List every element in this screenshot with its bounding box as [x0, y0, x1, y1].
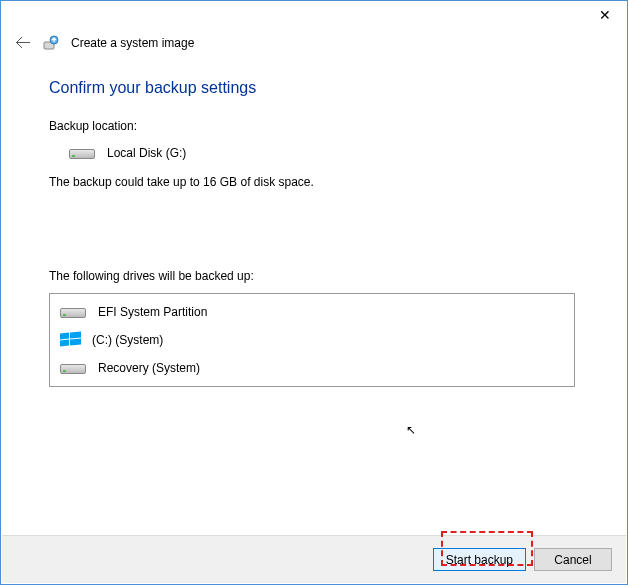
page-heading: Confirm your backup settings: [49, 79, 575, 97]
backup-location-row: Local Disk (G:): [49, 145, 575, 161]
drive-name: EFI System Partition: [98, 305, 207, 319]
window-title: Create a system image: [71, 36, 194, 50]
drives-list-label: The following drives will be backed up:: [49, 269, 575, 283]
content-area: Confirm your backup settings Backup loca…: [1, 51, 627, 387]
backup-location-value: Local Disk (G:): [107, 146, 186, 160]
header: 🡠 Create a system image: [1, 31, 627, 51]
cancel-button[interactable]: Cancel: [534, 548, 612, 571]
backup-size-note: The backup could take up to 16 GB of dis…: [49, 175, 575, 189]
drives-list: EFI System Partition (C:) (System) Recov…: [49, 293, 575, 387]
hard-drive-icon: [60, 304, 88, 320]
list-item: EFI System Partition: [50, 298, 574, 326]
back-arrow-icon[interactable]: 🡠: [15, 35, 31, 51]
list-item: (C:) (System): [50, 326, 574, 354]
system-image-icon: [43, 35, 59, 51]
close-button[interactable]: ✕: [582, 1, 627, 29]
titlebar: ✕: [1, 1, 627, 31]
drive-name: (C:) (System): [92, 333, 163, 347]
start-backup-button[interactable]: Start backup: [433, 548, 526, 571]
windows-logo-icon: [60, 332, 82, 348]
list-item: Recovery (System): [50, 354, 574, 382]
backup-location-label: Backup location:: [49, 119, 575, 133]
cursor-icon: ↖: [406, 423, 416, 437]
hard-drive-icon: [60, 360, 88, 376]
footer: Start backup Cancel: [2, 535, 626, 583]
hard-drive-icon: [69, 145, 97, 161]
drive-name: Recovery (System): [98, 361, 200, 375]
